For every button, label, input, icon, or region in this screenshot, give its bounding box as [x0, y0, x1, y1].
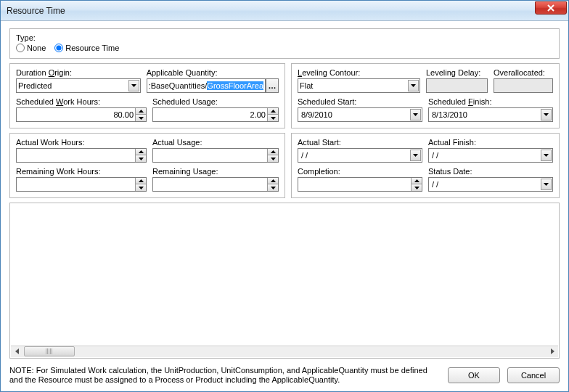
type-panel: Type: None Resource Time [9, 28, 560, 59]
actual-right-panel: Actual Start: / / Actual Finish: / / [291, 133, 560, 198]
scheduled-work-hours-value: 80.00 [17, 110, 135, 119]
actual-start-date[interactable]: / / [298, 148, 422, 163]
close-button[interactable] [535, 1, 567, 15]
status-date-label: Status Date: [428, 167, 553, 176]
spin-down-icon[interactable] [268, 184, 278, 191]
spin-buttons[interactable] [267, 178, 278, 191]
leveling-contour-value: Flat [300, 81, 408, 90]
actual-work-hours-label: Actual Work Hours: [16, 138, 147, 147]
spin-down-icon[interactable] [412, 184, 422, 191]
titlebar: Resource Time [1, 1, 568, 21]
spin-down-icon[interactable] [136, 155, 146, 162]
scroll-track[interactable] [22, 346, 547, 356]
remaining-usage-label: Remaining Usage: [152, 167, 279, 176]
actual-finish-label: Actual Finish: [428, 138, 553, 147]
leveling-delay-label: Leveling Delay: [426, 68, 488, 77]
spin-up-icon[interactable] [412, 178, 422, 184]
content-area: Type: None Resource Time Duration Origin… [1, 21, 568, 391]
scheduled-finish-value: 8/13/2010 [430, 110, 469, 119]
spin-buttons[interactable] [267, 149, 278, 162]
chevron-down-icon [408, 80, 419, 91]
horizontal-scrollbar[interactable] [11, 346, 558, 357]
ok-button[interactable]: OK [448, 367, 500, 383]
leveling-delay-input [426, 78, 488, 93]
spin-buttons[interactable] [411, 178, 422, 191]
scheduled-finish-label: Scheduled Finish: [428, 97, 553, 106]
spin-up-icon[interactable] [136, 108, 146, 115]
duration-origin-value: Predicted [18, 81, 128, 90]
applicable-quantity-label: Applicable Quantity: [147, 68, 279, 77]
spin-buttons[interactable] [135, 149, 146, 162]
spin-buttons[interactable] [135, 178, 146, 191]
cancel-button[interactable]: Cancel [507, 367, 560, 383]
spin-up-icon[interactable] [136, 178, 146, 184]
type-none-label: None [27, 44, 46, 52]
scheduled-usage-label: Scheduled Usage: [152, 97, 279, 106]
type-resource-time-radio[interactable]: Resource Time [54, 44, 119, 52]
actual-usage-label: Actual Usage: [152, 138, 279, 147]
leveling-contour-combo[interactable]: Flat [298, 78, 420, 93]
footer: NOTE: For Simulated Work calculation, th… [9, 363, 560, 386]
note-text: NOTE: For Simulated Work calculation, th… [9, 366, 441, 386]
type-none-input[interactable] [16, 44, 25, 52]
close-icon [547, 4, 554, 12]
remaining-usage-spin[interactable] [152, 177, 279, 192]
actual-finish-value: / / [430, 151, 440, 160]
scheduling-left-panel: Duration Origin: Predicted Applicable Qu… [9, 63, 285, 128]
spin-buttons[interactable] [135, 108, 146, 121]
chevron-down-icon [541, 150, 552, 161]
chevron-down-icon [541, 179, 552, 190]
completion-spin[interactable] [298, 177, 422, 192]
leveling-contour-label: Leveling Contour: [298, 68, 420, 77]
spin-down-icon[interactable] [136, 115, 146, 121]
type-radiogroup: None Resource Time [16, 44, 553, 52]
scheduling-row: Duration Origin: Predicted Applicable Qu… [9, 63, 560, 128]
resource-time-dialog: Resource Time Type: None Resource Time [0, 0, 569, 392]
type-rt-label: Resource Time [65, 44, 119, 52]
spin-down-icon[interactable] [268, 115, 278, 121]
applicable-quantity-browse-button[interactable]: … [266, 78, 279, 93]
spin-down-icon[interactable] [136, 184, 146, 191]
actual-work-hours-spin[interactable] [16, 148, 147, 163]
spin-down-icon[interactable] [268, 155, 278, 162]
spin-up-icon[interactable] [268, 178, 278, 184]
scroll-right-icon[interactable] [547, 346, 558, 356]
scheduled-usage-spin[interactable]: 2.00 [152, 107, 279, 122]
scheduled-work-hours-label: Scheduled Work Hours: [16, 97, 147, 106]
scheduled-finish-date[interactable]: 8/13/2010 [428, 107, 553, 122]
duration-origin-label: Duration Origin: [16, 68, 141, 77]
actual-left-panel: Actual Work Hours: Actual Usage: [9, 133, 285, 198]
type-none-radio[interactable]: None [16, 44, 46, 52]
spin-up-icon[interactable] [268, 149, 278, 155]
status-date-value: / / [430, 180, 440, 189]
applicable-quantity-input[interactable]: :BaseQuantities/GrossFloorArea [147, 78, 266, 93]
remaining-work-hours-label: Remaining Work Hours: [16, 167, 147, 176]
status-date-date[interactable]: / / [428, 177, 553, 192]
scroll-thumb[interactable] [24, 346, 75, 356]
actual-start-value: / / [300, 151, 309, 160]
detail-area [9, 203, 560, 359]
actual-usage-spin[interactable] [152, 148, 279, 163]
scheduled-start-label: Scheduled Start: [298, 97, 422, 106]
scheduled-usage-value: 2.00 [153, 110, 267, 119]
spin-up-icon[interactable] [268, 108, 278, 115]
actual-row: Actual Work Hours: Actual Usage: [9, 133, 560, 198]
scheduling-right-panel: Leveling Contour: Flat Leveling Delay: O… [291, 63, 560, 128]
chevron-down-icon [541, 109, 552, 121]
completion-label: Completion: [298, 167, 422, 176]
scheduled-start-value: 8/9/2010 [300, 110, 334, 119]
chevron-down-icon [128, 80, 139, 91]
chevron-down-icon [410, 150, 421, 161]
scheduled-work-hours-spin[interactable]: 80.00 [16, 107, 147, 122]
scheduled-start-date[interactable]: 8/9/2010 [298, 107, 422, 122]
spin-buttons[interactable] [267, 108, 278, 121]
spin-up-icon[interactable] [136, 149, 146, 155]
applicable-quantity-value: :BaseQuantities/GrossFloorArea [149, 81, 263, 90]
actual-finish-date[interactable]: / / [428, 148, 553, 163]
remaining-work-hours-spin[interactable] [16, 177, 147, 192]
overallocated-input [494, 78, 553, 93]
type-label: Type: [16, 33, 553, 42]
type-rt-input[interactable] [54, 44, 63, 52]
duration-origin-combo[interactable]: Predicted [16, 78, 141, 93]
scroll-left-icon[interactable] [11, 346, 22, 356]
